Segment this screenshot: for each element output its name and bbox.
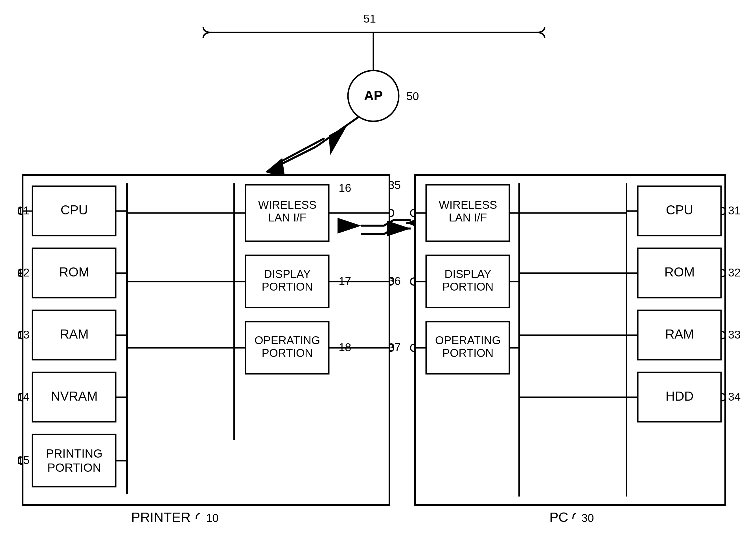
wireless-lan-pc-label1: WIRELESS [439, 198, 497, 211]
cpu-printer-label: CPU [60, 203, 88, 217]
ref-10: 10 [206, 512, 219, 524]
arrow-from-printer [329, 126, 347, 155]
printing-portion-block [32, 434, 116, 487]
rom-printer-label: ROM [59, 265, 89, 279]
wireless-lan-printer-label2: LAN I/F [268, 211, 307, 224]
nvram-printer-label: NVRAM [51, 389, 98, 403]
ref-31: 31 [728, 204, 741, 217]
ref-34: 34 [728, 391, 741, 403]
hdd-pc-label: HDD [665, 389, 694, 403]
ref-51: 51 [363, 12, 376, 25]
operating-portion-pc-label1: OPERATING [435, 334, 501, 346]
wireless-lan-printer-label1: WIRELESS [258, 198, 317, 211]
ram-printer-label: RAM [60, 327, 88, 341]
display-portion-printer-label1: DISPLAY [264, 268, 311, 280]
ref-50: 50 [406, 90, 419, 102]
operating-portion-printer-label1: OPERATING [255, 334, 320, 346]
display-portion-printer-label2: PORTION [262, 281, 313, 293]
wireless-lan-pc-label2: LAN I/F [449, 211, 487, 224]
ref-16: 16 [339, 182, 351, 194]
svg-line-4 [282, 138, 325, 161]
printing-portion-label1: PRINTING [46, 447, 103, 460]
ref-36: 36 [388, 275, 401, 287]
printing-portion-label2: PORTION [47, 461, 101, 474]
operating-portion-pc-label2: PORTION [442, 347, 494, 359]
operating-portion-printer-label2: PORTION [262, 347, 313, 359]
display-portion-pc-label2: PORTION [442, 281, 494, 293]
ref-37: 37 [388, 341, 401, 353]
rom-pc-label: ROM [664, 265, 695, 279]
ref-32: 32 [728, 266, 741, 279]
ref-30: 30 [581, 512, 594, 524]
ref-35: 35 [388, 179, 401, 191]
cpu-pc-label: CPU [666, 203, 693, 217]
ram-pc-label: RAM [665, 327, 694, 341]
display-portion-pc-label1: DISPLAY [444, 268, 491, 280]
ap-label: AP [364, 88, 383, 103]
pc-label: PC [549, 510, 568, 525]
ref-33: 33 [728, 328, 741, 341]
diagram: 51 AP 50 PRINTER [0, 0, 747, 560]
printer-label: PRINTER [131, 510, 191, 525]
